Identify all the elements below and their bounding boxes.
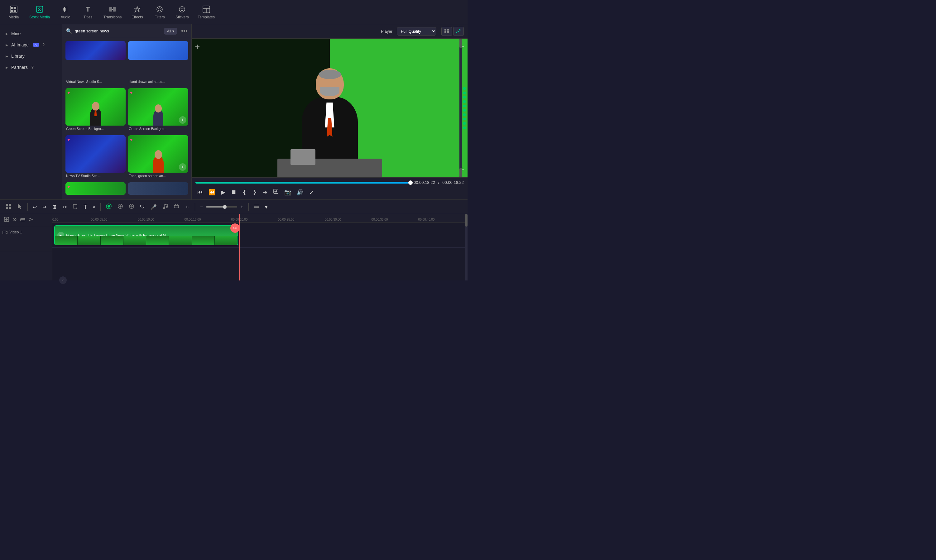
- zoom-out-btn[interactable]: −: [198, 203, 205, 211]
- media-thumb: ♥ +: [128, 135, 188, 173]
- tl-select-btn[interactable]: [15, 202, 24, 212]
- player-area: Player Full Quality Half Quality Quarter…: [192, 24, 468, 200]
- sidebar-item-library[interactable]: ▶ Library: [0, 51, 62, 62]
- list-item[interactable]: ♥ Green Screen Backgro...: [65, 88, 126, 133]
- go-start-btn[interactable]: ⏮: [196, 188, 205, 197]
- tl-clip-btn[interactable]: [172, 202, 181, 212]
- split-btn[interactable]: [28, 217, 34, 223]
- media-title: Green Screen Backgro...: [65, 126, 126, 131]
- top-navigation: Media Stock Media Audio T Titles: [0, 0, 468, 24]
- sidebar-item-partners[interactable]: ▶ Partners ?: [0, 62, 62, 73]
- media-title: Green Screen Backgro...: [128, 126, 188, 131]
- tl-motion-btn[interactable]: [127, 202, 136, 212]
- progress-handle[interactable]: [408, 180, 413, 185]
- list-item[interactable]: ♥: [65, 182, 126, 196]
- nav-effects-label: Effects: [132, 15, 143, 19]
- tl-undo-btn[interactable]: ↩: [31, 203, 38, 211]
- add-to-timeline-btn[interactable]: [4, 217, 9, 223]
- list-item[interactable]: ♥ + Green Screen Backgro...: [128, 88, 188, 133]
- left-sidebar: ▶ Mine ▶ AI Image AI ? ▶ Library ▶ Partn…: [0, 24, 62, 200]
- tl-more-btn[interactable]: »: [91, 203, 97, 211]
- zoom-bar[interactable]: [206, 206, 237, 208]
- tl-music-btn[interactable]: [160, 202, 170, 212]
- player-scrollbar[interactable]: [459, 38, 462, 177]
- player-viewport: + + +: [192, 38, 468, 177]
- nav-audio[interactable]: Audio: [54, 3, 77, 21]
- ruler-mark: 00:00:35:00: [371, 218, 388, 221]
- svg-rect-19: [447, 29, 449, 31]
- tl-crop-btn[interactable]: [71, 202, 80, 212]
- nav-effects[interactable]: Effects: [126, 3, 148, 21]
- video1-track-label: Video 1: [0, 226, 52, 251]
- chart-view-btn[interactable]: [453, 27, 464, 36]
- add-top-left-btn[interactable]: +: [195, 42, 200, 52]
- detach-btn[interactable]: [20, 217, 26, 223]
- video-clip[interactable]: ▶ Green Screen Background: Live News Stu…: [54, 225, 238, 245]
- progress-bar-wrap: 00:00:18:22 / 00:00:18:22: [196, 180, 464, 185]
- list-item[interactable]: [128, 182, 188, 196]
- search-input[interactable]: [75, 29, 162, 33]
- tl-layout-btn[interactable]: [4, 202, 13, 212]
- scrollbar-thumb[interactable]: [459, 38, 462, 48]
- heart-icon: ♥: [130, 90, 132, 95]
- tl-chevron-btn[interactable]: ▾: [263, 203, 269, 211]
- zoom-handle[interactable]: [223, 205, 226, 209]
- timeline-scrollbar[interactable]: [465, 214, 468, 280]
- progress-bar[interactable]: [196, 182, 411, 183]
- nav-stickers[interactable]: Stickers: [171, 3, 193, 21]
- svg-point-11: [158, 8, 161, 11]
- nav-templates[interactable]: Templates: [193, 3, 219, 21]
- list-item[interactable]: ♥ News TV Studio Set -...: [65, 135, 126, 180]
- tl-cut-btn[interactable]: ✂: [61, 203, 69, 211]
- svg-point-10: [157, 6, 162, 12]
- tl-layout2-btn[interactable]: [252, 202, 261, 212]
- playhead[interactable]: [239, 214, 240, 280]
- tl-divider-2: [100, 203, 101, 211]
- step-back-btn[interactable]: ⏪: [207, 188, 217, 197]
- tl-loop-btn[interactable]: ↔: [183, 203, 192, 211]
- insert-btn[interactable]: ⇥: [261, 188, 269, 197]
- stop-btn[interactable]: ⏹: [229, 188, 239, 197]
- timeline-scrollbar-thumb[interactable]: [465, 214, 468, 226]
- list-item[interactable]: Virtual News Studio S...: [65, 41, 126, 86]
- overwrite-btn[interactable]: [271, 187, 280, 197]
- tl-overlay-btn[interactable]: [115, 202, 125, 212]
- tl-delete-btn[interactable]: 🗑: [50, 203, 59, 211]
- fullscreen-btn[interactable]: ⤢: [307, 188, 316, 197]
- grid-view-btn[interactable]: [441, 27, 452, 36]
- nav-stock-media[interactable]: Stock Media: [25, 3, 54, 21]
- quality-select[interactable]: Full Quality Half Quality Quarter Qualit…: [397, 27, 436, 35]
- play-btn[interactable]: ▶: [219, 188, 227, 197]
- nav-transitions[interactable]: Transitions: [99, 3, 126, 21]
- list-item[interactable]: Hand drawn animated...: [128, 41, 188, 86]
- scissors-badge[interactable]: ✂: [230, 223, 240, 233]
- add-media-btn[interactable]: +: [179, 163, 186, 171]
- filter-dropdown[interactable]: All ▾: [164, 28, 177, 35]
- mark-in-btn[interactable]: ❴: [240, 188, 249, 197]
- tl-voice-btn[interactable]: 🛡: [138, 203, 147, 211]
- more-options-btn[interactable]: •••: [181, 28, 188, 35]
- zoom-in-btn[interactable]: +: [239, 203, 245, 211]
- playback-controls: ⏮ ⏪ ▶ ⏹ ❴ ❵ ⇥ 📷 🔊 ⤢: [196, 187, 464, 197]
- sidebar-partners-label: Partners: [11, 65, 28, 70]
- tl-redo-btn[interactable]: ↪: [40, 203, 48, 211]
- svg-rect-25: [6, 207, 8, 209]
- svg-point-7: [39, 9, 40, 10]
- nav-filters[interactable]: Filters: [148, 3, 171, 21]
- scrollbar-thumb-bottom[interactable]: [459, 168, 462, 177]
- filter-label: All: [167, 29, 171, 33]
- nav-media[interactable]: Media: [3, 3, 25, 21]
- mark-out-btn[interactable]: ❵: [251, 188, 259, 197]
- list-item[interactable]: ♥ + Face, green screen an...: [128, 135, 188, 180]
- screenshot-btn[interactable]: 📷: [282, 188, 293, 197]
- sidebar-item-ai-image[interactable]: ▶ AI Image AI ?: [0, 39, 62, 51]
- nav-titles[interactable]: T Titles: [77, 3, 99, 21]
- nav-audio-label: Audio: [61, 15, 71, 19]
- tl-color-grade-btn[interactable]: [104, 202, 114, 212]
- tl-text-btn[interactable]: T: [82, 203, 89, 212]
- volume-btn[interactable]: 🔊: [295, 188, 305, 197]
- tl-mic-btn[interactable]: 🎤: [149, 203, 159, 211]
- add-media-btn[interactable]: +: [179, 116, 186, 124]
- sidebar-item-mine[interactable]: ▶ Mine: [0, 28, 62, 39]
- link-btn[interactable]: [12, 217, 17, 223]
